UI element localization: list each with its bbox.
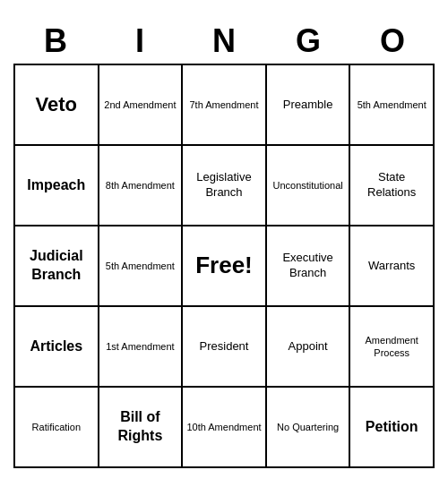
bingo-cell-9[interactable]: State Relations (350, 146, 435, 226)
bingo-cell-5[interactable]: Impeach (15, 146, 99, 226)
cell-text-14: Warrants (368, 259, 415, 274)
header-g: G (266, 19, 350, 64)
bingo-cell-21[interactable]: Bill of Rights (99, 388, 184, 468)
bingo-cell-12[interactable]: Free! (183, 226, 267, 307)
header-n: N (182, 19, 266, 64)
cell-text-19: Amendment Process (354, 334, 429, 360)
cell-text-7: Legislative Branch (186, 170, 262, 201)
bingo-cell-17[interactable]: President (183, 307, 267, 388)
bingo-cell-11[interactable]: 5th Amendment (99, 226, 184, 307)
bingo-cell-0[interactable]: Veto (15, 65, 99, 146)
header-o: O (350, 19, 435, 64)
bingo-cell-4[interactable]: 5th Amendment (350, 65, 435, 146)
bingo-card: B I N G O Veto2nd Amendment7th Amendment… (13, 19, 435, 468)
bingo-cell-16[interactable]: 1st Amendment (99, 307, 184, 388)
cell-text-11: 5th Amendment (106, 260, 175, 272)
bingo-cell-7[interactable]: Legislative Branch (183, 146, 267, 226)
cell-text-1: 2nd Amendment (104, 98, 176, 111)
bingo-cell-13[interactable]: Executive Branch (267, 226, 351, 307)
cell-text-6: 8th Amendment (106, 179, 175, 192)
cell-text-3: Preamble (283, 98, 333, 113)
bingo-cell-24[interactable]: Petition (350, 388, 435, 468)
cell-text-4: 5th Amendment (358, 98, 426, 111)
cell-text-9: State Relations (354, 170, 429, 201)
cell-text-17: President (200, 339, 249, 355)
bingo-cell-15[interactable]: Articles (15, 307, 99, 388)
cell-text-22: 10th Amendment (186, 421, 261, 433)
header-b: B (13, 19, 98, 64)
bingo-cell-3[interactable]: Preamble (267, 65, 351, 146)
header-i: I (98, 19, 182, 64)
cell-text-24: Petition (366, 418, 418, 437)
cell-text-8: Unconstitutional (272, 179, 342, 192)
cell-text-18: Appoint (289, 339, 328, 355)
cell-text-15: Articles (30, 337, 82, 356)
bingo-cell-1[interactable]: 2nd Amendment (99, 65, 184, 146)
cell-text-21: Bill of Rights (103, 408, 178, 446)
bingo-cell-23[interactable]: No Quartering (267, 388, 351, 468)
bingo-cell-14[interactable]: Warrants (350, 226, 435, 307)
cell-text-0: Veto (36, 92, 77, 118)
bingo-grid: Veto2nd Amendment7th AmendmentPreamble5t… (13, 64, 435, 468)
cell-text-13: Executive Branch (271, 251, 346, 281)
bingo-header: B I N G O (13, 19, 435, 64)
bingo-cell-20[interactable]: Ratification (15, 388, 99, 468)
cell-text-5: Impeach (27, 176, 85, 195)
cell-text-12: Free! (195, 251, 253, 281)
bingo-cell-6[interactable]: 8th Amendment (99, 146, 184, 226)
bingo-cell-2[interactable]: 7th Amendment (183, 65, 267, 146)
cell-text-16: 1st Amendment (106, 340, 174, 353)
cell-text-20: Ratification (32, 421, 81, 433)
bingo-cell-18[interactable]: Appoint (267, 307, 351, 388)
bingo-cell-8[interactable]: Unconstitutional (267, 146, 351, 226)
cell-text-2: 7th Amendment (189, 98, 258, 111)
bingo-cell-19[interactable]: Amendment Process (350, 307, 435, 388)
bingo-cell-10[interactable]: Judicial Branch (15, 226, 99, 307)
bingo-cell-22[interactable]: 10th Amendment (183, 388, 267, 468)
cell-text-23: No Quartering (277, 421, 339, 433)
cell-text-10: Judicial Branch (19, 247, 94, 285)
